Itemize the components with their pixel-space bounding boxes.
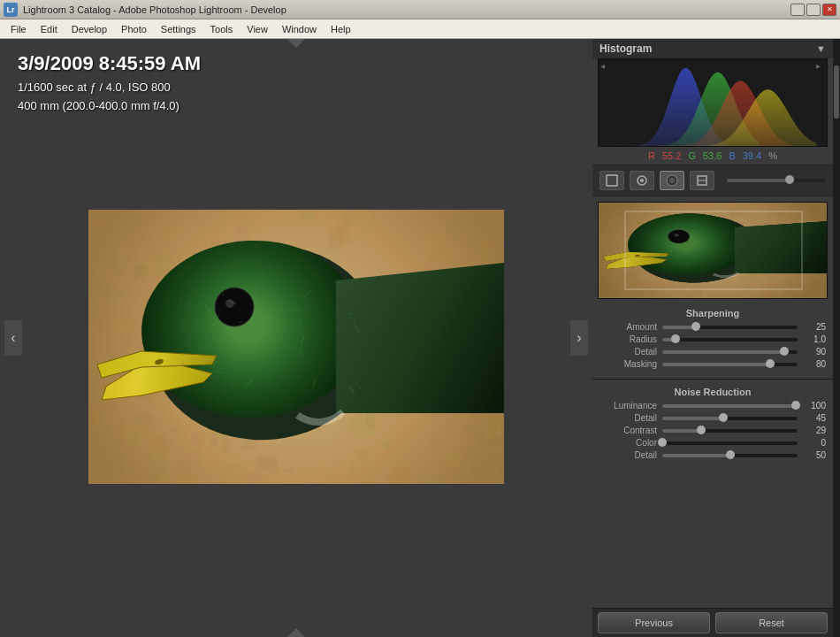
rgb-values: R 55.2 G 53.6 B 39.4 % [592, 147, 833, 165]
main-container: 3/9/2009 8:45:59 AM 1/1600 sec at ƒ / 4.… [0, 39, 840, 637]
color-detail-slider-thumb [726, 450, 735, 459]
contrast-slider-thumb [697, 426, 706, 434]
app-icon: Lr [4, 3, 18, 17]
amount-row: Amount 25 [599, 322, 826, 332]
color-slider[interactable] [662, 441, 798, 445]
menu-item-window[interactable]: Window [275, 22, 324, 36]
amount-slider[interactable] [662, 326, 798, 329]
bottom-buttons: Previous Reset [592, 608, 833, 637]
lens-info: 400 mm (200.0-400.0 mm f/4.0) [18, 97, 201, 116]
nav-previous-arrow[interactable]: ‹ [4, 320, 22, 356]
amount-slider-thumb [691, 322, 700, 331]
photo-meta: 1/1600 sec at ƒ / 4.0, ISO 800 400 mm (2… [18, 79, 201, 116]
amount-value: 25 [801, 322, 826, 332]
color-detail-slider[interactable] [662, 454, 798, 457]
color-row: Color 0 [599, 438, 826, 448]
section-divider-1 [592, 379, 833, 380]
percent-symbol: % [768, 150, 777, 161]
photo-date: 3/9/2009 8:45:59 AM [18, 52, 201, 75]
masking-row: Masking 80 [599, 359, 826, 369]
g-value: 53.6 [703, 150, 722, 161]
photo-info: 3/9/2009 8:45:59 AM 1/1600 sec at ƒ / 4.… [18, 52, 201, 116]
contrast-slider[interactable] [662, 429, 798, 433]
bottom-fold-indicator [287, 628, 305, 637]
photo-panel: 3/9/2009 8:45:59 AM 1/1600 sec at ƒ / 4.… [0, 39, 592, 637]
photo-canvas [88, 210, 504, 484]
masking-label: Masking [599, 359, 657, 369]
color-detail-label: Detail [599, 450, 657, 460]
luminance-value: 100 [801, 401, 826, 411]
right-panel: Histogram ▼ ◂ ▸ R 55.2 G 53.6 B 39.4 % [592, 39, 833, 637]
sharpening-title: Sharpening [599, 308, 826, 318]
titlebar: Lr Lightroom 3 Catalog - Adobe Photoshop… [0, 0, 840, 19]
nr-detail-value: 45 [801, 413, 826, 423]
redeye-button[interactable] [660, 171, 684, 190]
minimize-button[interactable]: ─ [790, 4, 805, 16]
close-button[interactable]: ✕ [822, 4, 836, 16]
nav-next-arrow[interactable]: › [570, 320, 588, 356]
histogram-title: Histogram [599, 42, 652, 55]
r-value: 55.2 [662, 150, 681, 161]
g-label: G [688, 150, 696, 161]
nr-detail-slider-thumb [719, 413, 728, 422]
amount-label: Amount [599, 322, 657, 332]
menu-item-settings[interactable]: Settings [154, 22, 203, 36]
adjustment-brush-button[interactable] [690, 171, 714, 190]
radius-value: 1.0 [801, 334, 826, 344]
menu-item-develop[interactable]: Develop [65, 22, 114, 36]
crop-tool-button[interactable] [599, 171, 624, 190]
color-detail-row: Detail 50 [599, 450, 826, 460]
color-value: 0 [801, 438, 826, 448]
detail-slider-thumb [780, 347, 789, 356]
detail-value: 90 [801, 347, 826, 357]
preview-canvas [599, 203, 827, 298]
menu-item-file[interactable]: File [4, 22, 34, 36]
menu-item-help[interactable]: Help [324, 22, 358, 36]
reset-button[interactable]: Reset [715, 612, 828, 633]
menubar: FileEditDevelopPhotoSettingsToolsViewWin… [0, 19, 840, 39]
menu-item-view[interactable]: View [240, 22, 275, 36]
maximize-button[interactable]: □ [806, 4, 821, 16]
nr-detail-label: Detail [599, 413, 657, 423]
nr-detail-slider[interactable] [662, 417, 798, 420]
menu-item-edit[interactable]: Edit [34, 22, 65, 36]
radius-slider[interactable] [662, 338, 798, 342]
radius-slider-thumb [671, 334, 680, 343]
luminance-slider-thumb [791, 401, 800, 410]
tool-slider-area [727, 179, 826, 182]
luminance-slider[interactable] [662, 404, 798, 408]
right-scrollbar[interactable] [833, 39, 840, 637]
contrast-row: Contrast 29 [599, 426, 826, 435]
histogram-dropdown-icon[interactable]: ▼ [816, 43, 826, 54]
detail-row: Detail 90 [599, 347, 826, 357]
menu-item-tools[interactable]: Tools [203, 22, 241, 36]
detail-slider[interactable] [662, 350, 798, 354]
top-fold-indicator [287, 39, 305, 48]
tool-slider-thumb [785, 175, 794, 184]
luminance-label: Luminance [599, 401, 657, 411]
color-detail-value: 50 [801, 450, 826, 460]
radius-row: Radius 1.0 [599, 334, 826, 344]
previous-button[interactable]: Previous [598, 612, 710, 633]
masking-slider[interactable] [662, 363, 798, 366]
histogram-header: Histogram ▼ [592, 39, 833, 58]
masking-slider-thumb [766, 359, 775, 368]
sharpening-section: Sharpening Amount 25 Radius 1.0 [592, 304, 833, 375]
histogram-clip-left-icon: ◂ [600, 61, 609, 70]
right-panel-wrapper: Histogram ▼ ◂ ▸ R 55.2 G 53.6 B 39.4 % [592, 39, 840, 637]
preview-thumbnail [598, 202, 828, 299]
spot-removal-button[interactable] [630, 171, 654, 190]
scrollbar-thumb[interactable] [834, 65, 839, 119]
histogram-area: ◂ ▸ [598, 58, 828, 147]
masking-value: 80 [801, 359, 826, 369]
b-value: 39.4 [743, 150, 761, 161]
svg-point-4 [669, 178, 675, 183]
tool-slider[interactable] [727, 179, 826, 182]
contrast-label: Contrast [599, 426, 657, 435]
histogram-canvas [599, 59, 827, 146]
luminance-row: Luminance 100 [599, 401, 826, 411]
svg-rect-0 [607, 175, 617, 186]
menu-item-photo[interactable]: Photo [114, 22, 154, 36]
detail-label: Detail [599, 347, 657, 357]
radius-label: Radius [599, 334, 657, 344]
